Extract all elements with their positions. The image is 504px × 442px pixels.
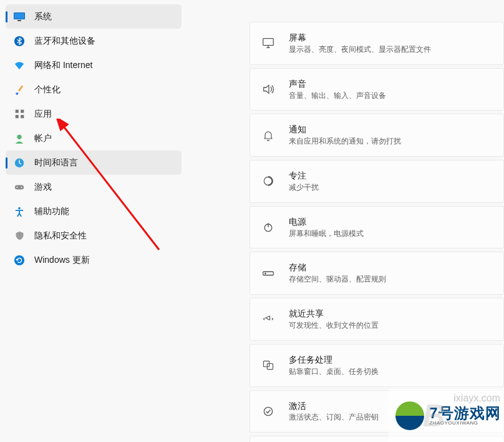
storage-icon (261, 267, 275, 280)
setting-title: 就近共享 (289, 308, 491, 320)
svg-rect-5 (15, 110, 18, 113)
setting-title: 存储 (289, 262, 491, 273)
svg-rect-11 (15, 185, 24, 189)
sidebar-item-bluetooth[interactable]: 蓝牙和其他设备 (6, 29, 182, 53)
setting-desc: 音量、输出、输入、声音设备 (289, 91, 491, 101)
setting-title: 通知 (289, 124, 491, 135)
wifi-icon (13, 59, 26, 72)
gamepad-icon (13, 181, 26, 194)
svg-point-14 (18, 207, 21, 209)
svg-rect-16 (263, 39, 274, 46)
watermark-bg-url: ixiayx.com (453, 393, 500, 404)
svg-rect-6 (21, 110, 24, 113)
multitask-icon (261, 358, 275, 372)
check-circle-icon (261, 405, 275, 418)
sidebar-item-label: 系统 (34, 11, 52, 22)
setting-title: 多任务处理 (289, 354, 491, 366)
setting-desc: 显示器、亮度、夜间模式、显示器配置文件 (289, 44, 491, 55)
setting-desc: 来自应用和系统的通知，请勿打扰 (289, 136, 491, 147)
sidebar-item-label: 网络和 Internet (34, 60, 92, 71)
setting-desc: 减少干扰 (289, 182, 491, 193)
accessibility-icon (13, 205, 26, 218)
setting-notifications[interactable]: 通知 来自应用和系统的通知，请勿打扰 (250, 114, 504, 157)
setting-sound[interactable]: 声音 音量、输出、输入、声音设备 (250, 68, 504, 111)
sidebar-item-label: Windows 更新 (34, 255, 90, 266)
clock-globe-icon (13, 157, 26, 169)
sidebar-item-label: 游戏 (34, 182, 52, 193)
setting-storage[interactable]: 存储 存储空间、驱动器、配置规则 (250, 252, 504, 295)
watermark: B ixiayx.com 7号游戏网 ZHAOYOUXIWANG (389, 389, 504, 442)
monitor-icon (13, 11, 26, 23)
setting-title: 声音 (289, 78, 491, 90)
sidebar-item-accounts[interactable]: 帐户 (6, 126, 182, 150)
watermark-subtitle: ZHAOYOUXIWANG (429, 421, 500, 426)
watermark-emblem-icon (395, 401, 424, 430)
sidebar-item-label: 帐户 (34, 133, 52, 144)
setting-desc: 可发现性、收到文件的位置 (289, 320, 491, 331)
sidebar-item-update[interactable]: Windows 更新 (6, 248, 182, 272)
sidebar-item-label: 应用 (34, 109, 52, 120)
setting-multitask[interactable]: 多任务处理 贴靠窗口、桌面、任务切换 (250, 344, 504, 387)
setting-title: 电源 (289, 216, 491, 228)
svg-point-9 (17, 134, 21, 139)
bluetooth-icon (13, 35, 26, 47)
svg-rect-1 (14, 13, 24, 19)
svg-rect-7 (15, 115, 18, 118)
sidebar-item-personalize[interactable]: 个性化 (6, 77, 182, 102)
svg-rect-8 (21, 115, 24, 118)
person-icon (13, 132, 26, 145)
watermark-title: 7号游戏网 (429, 406, 500, 421)
sidebar-item-label: 隐私和安全性 (34, 230, 87, 242)
sidebar-item-label: 时间和语言 (34, 157, 78, 169)
sidebar-item-time-lang[interactable]: 时间和语言 (6, 150, 182, 175)
focus-icon (261, 174, 275, 188)
bell-icon (261, 129, 275, 142)
svg-point-12 (17, 187, 18, 188)
svg-point-13 (21, 187, 22, 188)
setting-power[interactable]: 电源 屏幕和睡眠，电源模式 (250, 206, 504, 249)
sidebar-item-privacy[interactable]: 隐私和安全性 (6, 223, 182, 248)
sidebar-item-network[interactable]: 网络和 Internet (6, 53, 182, 77)
svg-point-15 (14, 255, 24, 265)
power-icon (261, 220, 275, 234)
setting-desc: 存储空间、驱动器、配置规则 (289, 274, 491, 285)
setting-focus[interactable]: 专注 减少干扰 (250, 160, 504, 203)
sidebar-item-label: 蓝牙和其他设备 (34, 36, 95, 47)
display-icon (261, 36, 275, 50)
svg-point-26 (264, 407, 272, 415)
update-icon (13, 254, 26, 267)
setting-title: 屏幕 (289, 32, 491, 44)
sidebar-item-label: 个性化 (34, 84, 61, 96)
svg-rect-2 (17, 20, 21, 21)
shield-icon (13, 230, 26, 242)
setting-desc: 贴靠窗口、桌面、任务切换 (289, 366, 491, 377)
svg-rect-4 (18, 85, 23, 91)
setting-display[interactable]: 屏幕 显示器、亮度、夜间模式、显示器配置文件 (250, 22, 504, 65)
main-content: 屏幕 显示器、亮度、夜间模式、显示器配置文件 声音 音量、输出、输入、声音设备 (187, 0, 504, 442)
share-icon (261, 312, 275, 326)
apps-icon (13, 108, 26, 120)
brush-icon (13, 84, 26, 96)
setting-desc: 屏幕和睡眠，电源模式 (289, 228, 491, 239)
sound-icon (261, 82, 275, 96)
setting-title: 专注 (289, 170, 491, 182)
settings-list: 屏幕 显示器、亮度、夜间模式、显示器配置文件 声音 音量、输出、输入、声音设备 (250, 22, 504, 442)
sidebar: 系统 蓝牙和其他设备 网络和 Internet 个性化 应用 (0, 0, 187, 442)
sidebar-item-apps[interactable]: 应用 (6, 102, 182, 126)
sidebar-item-accessibility[interactable]: 辅助功能 (6, 199, 182, 223)
setting-nearby[interactable]: 就近共享 可发现性、收到文件的位置 (250, 298, 504, 341)
sidebar-item-label: 辅助功能 (34, 206, 69, 217)
sidebar-item-system[interactable]: 系统 (6, 4, 182, 29)
svg-point-23 (265, 273, 266, 273)
sidebar-item-gaming[interactable]: 游戏 (6, 175, 182, 199)
